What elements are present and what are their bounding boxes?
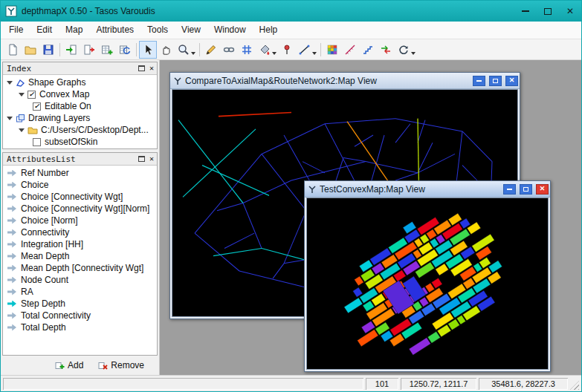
tree-item-shape-graphs[interactable]: Shape Graphs	[3, 76, 157, 88]
tree-item-convex-map[interactable]: ✓ Convex Map	[3, 88, 157, 100]
status-map-coords: 35481.6, 28227.3	[479, 378, 568, 390]
menu-edit[interactable]: Edit	[30, 22, 59, 39]
child-maximize-button[interactable]	[489, 76, 502, 86]
attributes-float-icon[interactable]	[138, 156, 145, 162]
chevron-down-icon[interactable]	[19, 128, 25, 132]
zoom-tool-button[interactable]	[175, 41, 193, 59]
menu-attributes[interactable]: Attributes	[89, 22, 140, 39]
close-button[interactable]: ✕	[559, 1, 581, 22]
tree-label: Drawing Layers	[28, 113, 90, 123]
attribute-item[interactable]: Choice [Connectivity Wgt]	[3, 191, 157, 203]
map-view-window-convex[interactable]: TestConvexMap:Map View ✕	[304, 180, 551, 372]
add-column-button[interactable]	[98, 41, 116, 59]
zoom-magnifier-icon	[178, 44, 190, 56]
line-dropdown-caret[interactable]	[312, 52, 317, 55]
menu-help[interactable]: Help	[253, 22, 285, 39]
index-close-icon[interactable]: ✕	[149, 65, 154, 72]
pencil-tool-button[interactable]	[202, 41, 220, 59]
attribute-arrow-icon	[7, 277, 16, 284]
attribute-item[interactable]: Mean Depth [Connectivity Wgt]	[3, 262, 157, 274]
attribute-arrow-icon	[7, 206, 16, 212]
tree-label: Convex Map	[39, 89, 89, 99]
fill-dropdown-caret[interactable]	[272, 52, 277, 55]
rotate-tool-button[interactable]	[395, 41, 413, 59]
chevron-down-icon[interactable]	[19, 93, 25, 97]
child-close-button[interactable]: ✕	[536, 184, 549, 195]
pin-tool-button[interactable]	[278, 41, 296, 59]
menu-window[interactable]: Window	[207, 22, 253, 39]
minimize-button[interactable]	[514, 1, 537, 22]
tree-item-drawing-layers[interactable]: Drawing Layers	[3, 112, 157, 124]
child-maximize-button[interactable]	[520, 184, 532, 195]
index-panel-header: Index ✕	[3, 62, 157, 75]
attributes-close-icon[interactable]: ✕	[149, 155, 154, 163]
line-tool-button[interactable]	[296, 41, 314, 59]
child-title-bar[interactable]: CompareToAxialMap&RouteNetwork2:Map View…	[170, 73, 520, 89]
status-cursor-coords: 1250.72, 1211.7	[401, 378, 476, 390]
resize-grip[interactable]	[570, 381, 579, 390]
join-link-icon	[223, 44, 235, 56]
import-map-button[interactable]	[62, 41, 80, 59]
child-title-bar[interactable]: TestConvexMap:Map View ✕	[305, 181, 550, 197]
tree-item-drawing-file[interactable]: C:/Users/C/Desktop/Dept...	[3, 124, 157, 136]
convex-map-checkbox[interactable]: ✓	[28, 91, 36, 99]
attribute-item[interactable]: Mean Depth	[3, 250, 157, 262]
menu-tools[interactable]: Tools	[140, 22, 175, 39]
toolbar-separator	[320, 43, 321, 56]
attribute-item[interactable]: Choice [Connectivity Wgt][Norm]	[3, 203, 157, 215]
app-icon	[5, 5, 17, 17]
attribute-item[interactable]: Ref Number	[3, 167, 157, 179]
attribute-item[interactable]: Choice	[3, 179, 157, 191]
grid-tool-button[interactable]	[238, 41, 256, 59]
drag-tool-button[interactable]	[157, 41, 175, 59]
update-column-button[interactable]	[116, 41, 134, 59]
close-icon: ✕	[509, 77, 515, 84]
chevron-down-icon[interactable]	[7, 81, 13, 85]
attributes-panel: AttributesList ✕ Ref Number Choice Choic…	[2, 152, 158, 356]
rotate-dropdown-caret[interactable]	[411, 52, 416, 55]
maximize-button[interactable]	[537, 1, 559, 22]
chevron-down-icon[interactable]	[7, 117, 13, 120]
select-tool-button[interactable]	[139, 41, 157, 59]
zoom-dropdown-caret[interactable]	[191, 52, 195, 55]
editable-checkbox[interactable]: ✓	[33, 102, 41, 111]
menu-file[interactable]: File	[2, 22, 30, 39]
attribute-item[interactable]: Total Connectivity	[3, 310, 157, 321]
menu-map[interactable]: Map	[59, 22, 89, 39]
tree-item-editable-on[interactable]: ✓ Editable On	[3, 100, 157, 112]
attribute-item[interactable]: Choice [Norm]	[3, 215, 157, 226]
new-file-button[interactable]	[4, 41, 22, 59]
index-float-icon[interactable]	[138, 65, 145, 71]
measure-tool-button[interactable]	[341, 41, 359, 59]
close-icon: ✕	[566, 7, 574, 16]
child-minimize-button[interactable]	[473, 76, 485, 86]
menu-view[interactable]: View	[175, 22, 207, 39]
attribute-buttons-row: Add Remove	[2, 356, 158, 373]
maximize-icon	[493, 79, 498, 83]
link-tool-button[interactable]	[377, 41, 395, 59]
mdi-workspace: CompareToAxialMap&RouteNetwork2:Map View…	[160, 60, 581, 375]
attribute-item[interactable]: Connectivity	[3, 226, 157, 238]
child-close-button[interactable]: ✕	[505, 76, 518, 86]
attribute-item-selected[interactable]: Step Depth	[3, 298, 157, 310]
tree-item-subset-layer[interactable]: subsetOfSkin	[3, 136, 157, 148]
fill-tool-button[interactable]	[256, 41, 274, 59]
step-depth-tool-button[interactable]	[359, 41, 377, 59]
attribute-item[interactable]: Integration [HH]	[3, 238, 157, 250]
index-tree: Shape Graphs ✓ Convex Map ✓ Editable On	[3, 75, 157, 148]
attribute-item[interactable]: Node Count	[3, 274, 157, 286]
attribute-item[interactable]: Total Depth	[3, 321, 157, 333]
attribute-item[interactable]: RA	[3, 286, 157, 298]
open-file-button[interactable]	[22, 41, 39, 59]
export-map-button[interactable]	[80, 41, 98, 59]
remove-attribute-button[interactable]: Remove	[98, 360, 144, 370]
child-minimize-button[interactable]	[503, 184, 516, 195]
subset-checkbox[interactable]	[33, 138, 41, 146]
convex-map-canvas[interactable]	[306, 197, 549, 370]
attribute-palette-button[interactable]	[323, 41, 341, 59]
link-arrows-icon	[380, 44, 392, 56]
save-icon	[42, 44, 54, 56]
add-attribute-button[interactable]: Add	[55, 360, 83, 370]
join-tool-button[interactable]	[220, 41, 238, 59]
save-file-button[interactable]	[39, 41, 57, 59]
